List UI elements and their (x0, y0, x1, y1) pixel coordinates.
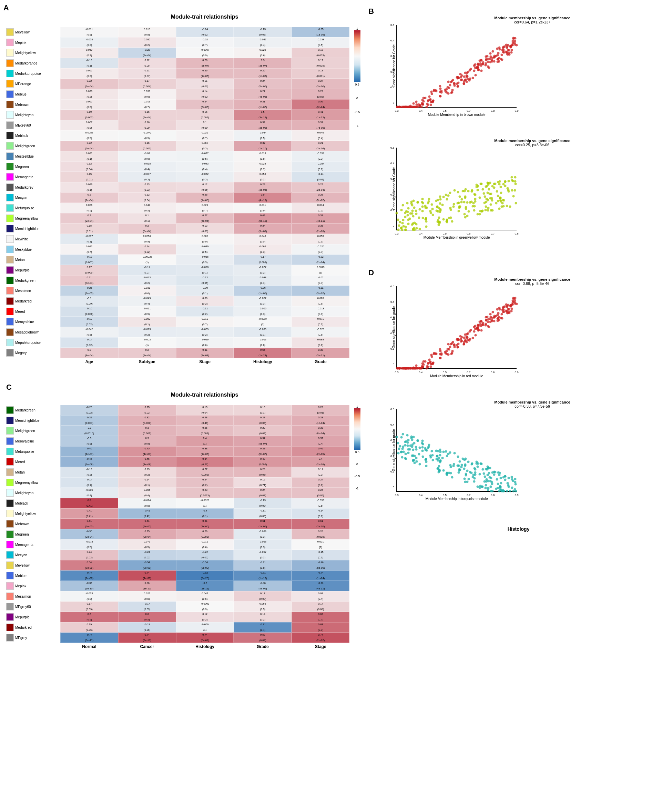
heatmap-cell: 0.35(3e-04) (118, 529, 176, 539)
heatmap-cell: -0.3(0.9) (60, 436, 118, 446)
scatter-point (486, 55, 488, 57)
scatter-point (464, 481, 467, 483)
scatter-point (496, 308, 498, 311)
heatmap-cell: 0.0088(0.9) (60, 130, 118, 141)
scatter-point (463, 213, 466, 216)
y-tick: 0.1 (390, 347, 394, 350)
module-color-box (6, 121, 14, 129)
module-row: Mesalmon (6, 591, 59, 601)
scatter-point (408, 367, 410, 370)
heatmap-cell: -0.13(0.2) (60, 467, 118, 477)
scatter-point (417, 202, 419, 204)
module-color-box (6, 541, 14, 548)
heatmap-cell: 0.013(0.8) (234, 151, 292, 162)
heatmap-cell: 0.1(0.09) (176, 120, 234, 130)
scatter-point (427, 100, 429, 102)
heatmap-cell: 0.29(0.003) (176, 529, 234, 539)
scatter-d-container: Module membership vs. gene significancec… (368, 277, 669, 512)
module-color-box (6, 277, 14, 284)
scatter-x-label: Module Membership in turquoise module (426, 497, 488, 501)
heatmap-cell: 0.019(0.7) (176, 317, 234, 327)
scatter-point (496, 190, 498, 192)
heatmap-cell: 0.2(8e-04) (60, 348, 118, 358)
heatmap-cell: -0.26(1e-05) (234, 286, 292, 296)
heatmap-cell: 0.085(0.4) (118, 488, 176, 498)
scatter-point (467, 190, 469, 192)
scatter-point (471, 205, 474, 207)
heatmap-cell: 0.042(0.6) (176, 591, 234, 601)
heatmap-cell: 0.37(1e-10) (234, 141, 292, 151)
scatter-point (412, 102, 415, 105)
scatter-point (502, 205, 504, 207)
x-tick: 0.3 (395, 371, 399, 374)
module-row: Mebrown (6, 519, 59, 529)
module-row: Mebrown (6, 99, 59, 110)
heatmap-cell: 0.74(1e-30) (118, 570, 176, 581)
x-tick: 0.4 (419, 494, 423, 497)
scatter-point (415, 446, 417, 448)
heatmap-cell: 0.61(2e-05) (118, 519, 176, 529)
main-container: A Module-trait relationships MeyellowMep… (0, 0, 672, 654)
heatmap-row: -0.19(0.02)0.082(0.1)0.019(0.7)-0.0037(1… (60, 317, 349, 327)
scatter-point (487, 467, 490, 470)
heatmap-row: -0.36(1e-10)0.36(1e-10)-0.7(1e-11)-0.36(… (60, 581, 349, 591)
x-tick: 0.4 (419, 109, 423, 112)
module-name: Meblue (15, 92, 26, 96)
legend-c: 1 0.5 0 -0.5 -1 (353, 405, 361, 490)
scatter-point (471, 190, 473, 192)
heatmap-cell: 0.14(0.1) (118, 477, 176, 488)
module-row: Megreenyellow (6, 213, 59, 223)
heatmap-row: -0.25(0.02)0.25(0.02)0.15(0.04)0.15(0.1)… (60, 405, 349, 415)
module-color-box (6, 173, 14, 181)
module-row: Mecyan (6, 550, 59, 560)
section-d-label: D (368, 268, 374, 277)
heatmap-row: 0.15(0.01)-0.077(0.2)-0.062(0.3)0.058(0.… (60, 172, 349, 182)
scatter-point (502, 49, 505, 51)
scatter-point (453, 344, 455, 347)
heatmap-cell: -0.073(0.2) (118, 327, 176, 337)
module-color-box (6, 297, 14, 305)
scatter-point (504, 185, 507, 187)
heatmap-cell: -0.088(0.1) (234, 275, 292, 286)
heatmap-cell: 0.028(0.6) (292, 296, 349, 306)
heatmap-cell: 0.17(0.06) (292, 601, 349, 612)
heatmap-cell: 0.2(2e-04) (60, 192, 118, 203)
heatmap-row: 0.22(2e-04)0.16(0.007)0.068(0.3)0.37(1e-… (60, 141, 349, 151)
heatmap-cell: 0.19(0.002) (60, 110, 118, 120)
heatmap-cell: -0.41(0.41) (118, 509, 176, 519)
heatmap-cell: 0.28(0.04) (234, 415, 292, 426)
scatter-point (499, 485, 501, 488)
scatter-point (457, 210, 460, 212)
y-tick: 0.2 (390, 332, 394, 335)
scatter-point (486, 478, 488, 481)
heatmap-cell: 0.27(3e-06) (292, 79, 349, 89)
section-c: C Module-trait relationships Medarkgreen… (3, 383, 361, 651)
scatter-point (493, 56, 496, 59)
heatmap-row: 0.0088(0.9)-0.0072(0.9)0.026(0.7)-0.044(… (60, 130, 349, 141)
scatter-point (496, 478, 498, 481)
heatmap-cell: -0.71(1e-13) (234, 570, 292, 581)
heatmap-cell: -0.073(0.2) (118, 275, 176, 286)
scatter-point (423, 363, 425, 366)
scatter-point (432, 362, 434, 364)
heatmap-cell: -0.003(1) (118, 337, 176, 348)
heatmap-cell: 0.22(2e-04) (60, 141, 118, 151)
scatter-point (407, 207, 409, 210)
scatter-point (478, 64, 480, 66)
module-name: Medarkorange (15, 61, 37, 65)
scatter-point (419, 228, 421, 230)
scatter-point (431, 203, 433, 206)
scatter-point (501, 53, 503, 56)
heatmap-cell: 0.12(0.04) (60, 162, 118, 172)
scatter-point (467, 210, 470, 213)
heatmap-row: 0.067(0.3)0.019(0.7)0.24(6e-05)0.31(1e-0… (60, 99, 349, 110)
module-row: Meroyalblue (6, 317, 59, 327)
scatter-point (468, 79, 471, 82)
scatter-point (472, 337, 474, 339)
scatter-point (425, 218, 427, 220)
scatter-title: Module membership vs. gene significancec… (396, 400, 669, 408)
heatmap-cell: 0.0019(1) (292, 265, 349, 275)
y-tick: 0.1 (390, 86, 394, 89)
module-row: Megrey (6, 348, 59, 358)
scatter-point (514, 299, 516, 301)
